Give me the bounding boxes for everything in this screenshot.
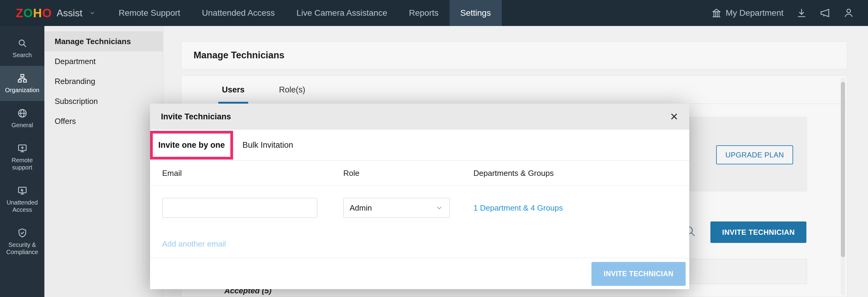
download-icon[interactable] [796,7,807,19]
zoho-logo: Z O H O Assist [0,0,96,26]
sidebar-item-remote-support[interactable]: Remote support [0,136,44,178]
menu-item-subscription[interactable]: Subscription [44,91,163,111]
chevron-down-icon[interactable] [89,10,96,16]
modal-header: Invite Technicians ✕ [150,103,689,129]
sidebar-item-label: Security & Compliance [2,241,42,256]
broadcast-icon[interactable] [820,7,831,19]
product-name: Assist [57,7,83,19]
sidebar-item-label: General [11,121,33,129]
modal-tabs: Invite one by one Bulk Invitation [150,129,689,161]
column-header-role: Role [343,161,359,185]
sidebar-item-search[interactable]: Search [0,31,44,66]
globe-icon [17,108,28,118]
nav-settings[interactable]: Settings [450,0,502,26]
page-title-bar: Manage Technicians [181,41,847,69]
page-title: Manage Technicians [193,50,284,61]
sidebar-item-label: Organization [5,86,39,94]
menu-item-rebranding[interactable]: Rebranding [44,71,163,91]
scrollbar-thumb[interactable] [841,82,845,257]
nav-remote-support[interactable]: Remote Support [108,0,191,26]
modal-form: Admin 1 Department & 4 Groups Add anothe… [150,185,689,258]
modal-invite-technician-button[interactable]: INVITE TECHNICIAN [591,262,686,286]
menu-item-department[interactable]: Department [44,51,163,71]
sidebar-item-label: Search [13,51,32,59]
modal-column-headers: Email Role Departments & Groups [150,161,689,185]
nav-unattended-access[interactable]: Unattended Access [191,0,286,26]
modal-title: Invite Technicians [161,112,231,121]
modal-footer: INVITE TECHNICIAN [150,258,689,289]
menu-item-offers[interactable]: Offers [44,111,163,131]
logo-letter: Z [16,6,23,20]
logo-letter: H [33,6,42,20]
tab-users[interactable]: Users [218,76,248,103]
logo-letter: O [42,6,52,20]
add-another-email-link[interactable]: Add another email [162,239,226,249]
logo-letter: O [23,6,33,20]
settings-menu: Manage Technicians Department Rebranding… [44,26,163,297]
topbar: Z O H O Assist Remote Support Unattended… [0,0,868,26]
top-navigation: Remote Support Unattended Access Live Ca… [108,0,502,26]
sidebar-item-general[interactable]: General [0,101,44,136]
sidebar-item-label: Remote support [2,156,42,171]
annotation-highlight-box: Invite one by one [150,131,233,159]
topbar-right: My Department [711,0,868,26]
modal-tab-invite-one-by-one[interactable]: Invite one by one [158,141,225,150]
column-header-email: Email [162,161,182,185]
column-header-departments-groups: Departments & Groups [473,161,554,185]
nav-live-camera-assistance[interactable]: Live Camera Assistance [286,0,398,26]
shield-check-icon [17,228,28,238]
sidebar-item-label: Unattended Access [2,199,42,213]
department-building-icon [711,8,721,18]
role-selected-value: Admin [350,203,372,213]
unattended-access-icon [17,185,28,196]
nav-reports[interactable]: Reports [398,0,449,26]
email-input[interactable] [162,198,317,218]
close-icon[interactable]: ✕ [670,112,679,122]
content-tabs: Users Role(s) [181,76,847,104]
remote-support-icon [17,143,28,153]
my-department-button[interactable]: My Department [711,8,783,18]
departments-groups-link[interactable]: 1 Department & 4 Groups [473,198,563,218]
invite-technician-button[interactable]: INVITE TECHNICIAN [710,221,806,243]
modal-tab-bulk-invitation[interactable]: Bulk Invitation [242,129,293,160]
tab-roles[interactable]: Role(s) [275,76,309,103]
chevron-down-icon [435,204,443,212]
role-select[interactable]: Admin [343,198,450,218]
left-sidebar: Search Organization General Remote suppo… [0,26,44,297]
org-chart-icon [17,73,28,83]
sidebar-item-unattended-access[interactable]: Unattended Access [0,178,44,220]
user-icon[interactable] [843,7,854,19]
menu-item-manage-technicians[interactable]: Manage Technicians [44,31,163,51]
search-icon [17,38,28,48]
app-screen: Z O H O Assist Remote Support Unattended… [0,0,868,297]
sidebar-item-organization[interactable]: Organization [0,66,44,101]
upgrade-plan-button[interactable]: UPGRADE PLAN [716,145,793,165]
my-department-label: My Department [726,8,783,18]
scrollbar-track[interactable] [841,78,845,295]
sidebar-item-security-compliance[interactable]: Security & Compliance [0,220,44,263]
zoho-wordmark: Z O H O [16,6,52,20]
invite-technicians-modal: Invite Technicians ✕ Invite one by one B… [150,103,689,289]
